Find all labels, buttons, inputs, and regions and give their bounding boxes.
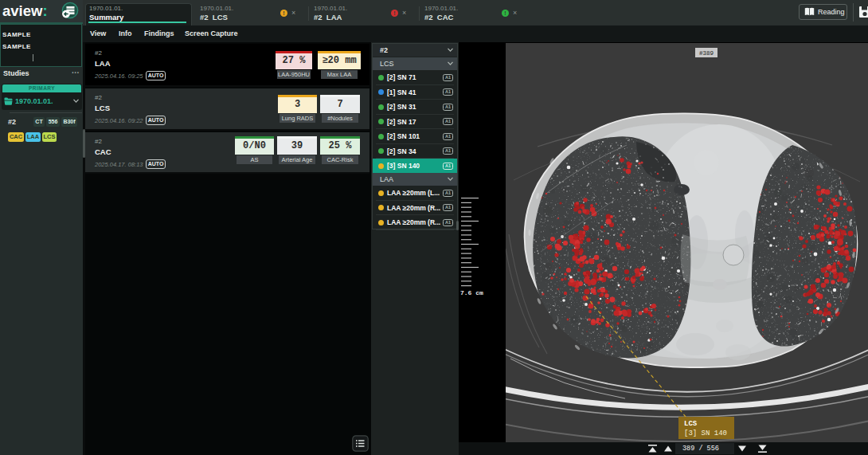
svg-text:#389: #389 (699, 50, 714, 57)
svg-text:LCS: LCS (684, 420, 698, 428)
svg-text:[3] SN 140: [3] SN 140 (684, 430, 727, 437)
